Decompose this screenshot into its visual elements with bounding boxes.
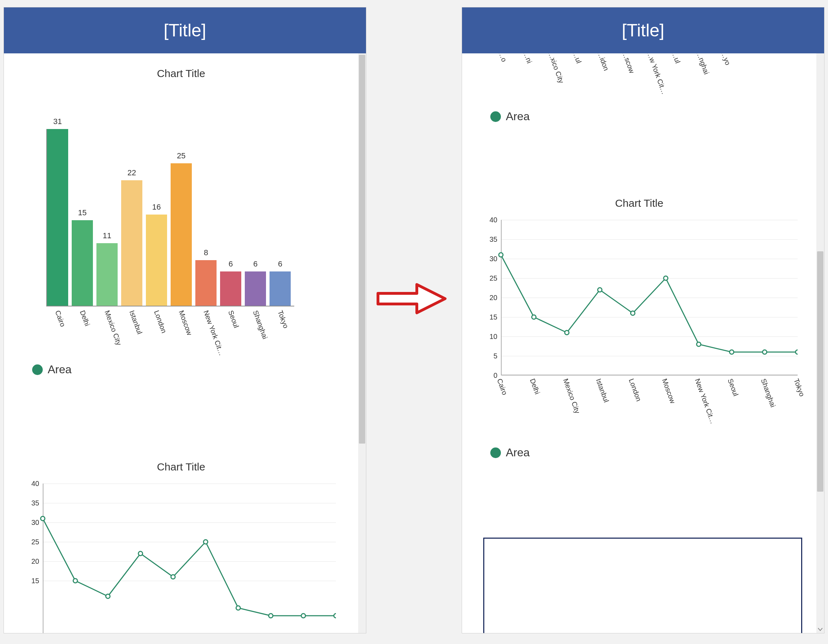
- svg-point-12: [565, 330, 569, 335]
- line-chart-right-title: Chart Title: [462, 197, 816, 209]
- title-text-right: [Title]: [622, 20, 664, 40]
- title-bar-right: [Title]: [462, 8, 824, 53]
- svg-point-0: [41, 517, 45, 521]
- scrollbar-right[interactable]: [816, 53, 824, 633]
- svg-point-18: [763, 350, 767, 354]
- partial-category: …ni: [521, 53, 533, 64]
- bar-value: 6: [220, 259, 241, 269]
- line-chart-preview-title: Chart Title: [4, 461, 358, 473]
- legend-dot-icon: [490, 448, 501, 458]
- svg-point-3: [138, 551, 143, 556]
- svg-point-15: [664, 276, 668, 280]
- svg-point-19: [795, 350, 798, 354]
- bar-2: 11Mexico City: [96, 243, 118, 306]
- line-series: [22, 484, 336, 633]
- bar-1: 15Delhi: [72, 220, 93, 306]
- partial-category: …w York Cit…: [645, 53, 668, 96]
- svg-point-1: [73, 579, 77, 583]
- preview-panel-right: [Title] …o…ni…xico City…ul…idon…scow…w Y…: [462, 7, 825, 633]
- line-series: [480, 220, 798, 375]
- content-left: Chart Title 31Cairo15Delhi11Mexico City2…: [4, 53, 358, 633]
- legend-label: Area: [48, 363, 72, 376]
- bar-value: 8: [195, 248, 216, 257]
- bar-value: 6: [245, 259, 266, 269]
- partial-category: …idon: [596, 53, 610, 72]
- svg-point-6: [236, 606, 240, 610]
- line-chart-right: 0510152025303540CairoDelhiMexico CityIst…: [480, 220, 798, 390]
- gridline: [502, 375, 798, 376]
- legend-label: Area: [506, 446, 530, 459]
- preview-panel-left: [Title] Chart Title 31Cairo15Delhi11Mexi…: [3, 7, 366, 633]
- bar-value: 22: [121, 168, 142, 177]
- partial-category: …ul: [571, 53, 583, 64]
- bar-value: 31: [47, 117, 68, 126]
- partial-category: …yo: [719, 53, 732, 66]
- bar-6: 8New York Cit…: [195, 260, 216, 306]
- bar-chart: 31Cairo15Delhi11Mexico City22Istanbul16L…: [46, 129, 294, 306]
- svg-point-10: [499, 253, 503, 257]
- bar-7: 6Seoul: [220, 272, 241, 306]
- scrollbar-down-button[interactable]: [816, 625, 824, 633]
- svg-point-9: [334, 614, 336, 618]
- svg-point-5: [204, 540, 208, 544]
- bar-0: 31Cairo: [47, 129, 68, 306]
- svg-point-8: [301, 614, 306, 618]
- content-right: …o…ni…xico City…ul…idon…scow…w York Cit……: [462, 53, 816, 633]
- svg-point-17: [729, 350, 734, 354]
- svg-point-7: [269, 614, 273, 618]
- partial-category: …o: [497, 53, 508, 63]
- bar-chart-legend: Area: [32, 363, 358, 376]
- bar-5: 25Moscow: [171, 163, 192, 306]
- bar-4: 16London: [146, 215, 167, 306]
- top-legend-right: Area: [490, 110, 816, 123]
- svg-point-13: [598, 288, 602, 292]
- bar-chart-title: Chart Title: [4, 68, 358, 80]
- arrow-icon: [375, 279, 448, 318]
- bar-9: 6Tokyo: [270, 272, 291, 306]
- svg-point-4: [171, 575, 175, 579]
- partial-category-row: …o…ni…xico City…ul…idon…scow…w York Cit……: [505, 53, 816, 99]
- bar-value: 15: [72, 208, 93, 217]
- partial-category: …ul: [670, 53, 682, 64]
- legend-dot-icon: [490, 112, 501, 122]
- title-text-left: [Title]: [163, 20, 206, 40]
- line-chart-right-legend: Area: [490, 446, 816, 459]
- partial-category: …xico City: [546, 53, 565, 85]
- scrollbar-left[interactable]: [358, 53, 366, 633]
- partial-category: …nghai: [695, 53, 710, 75]
- svg-point-2: [106, 594, 110, 598]
- title-bar-left: [Title]: [4, 8, 366, 53]
- bar-value: 16: [146, 203, 167, 212]
- bar-3: 22Istanbul: [121, 180, 142, 306]
- line-chart-left: 152025303540: [22, 484, 336, 633]
- svg-point-16: [696, 342, 701, 346]
- legend-dot-icon: [32, 364, 43, 375]
- bar-value: 6: [270, 259, 291, 269]
- bar-value: 11: [96, 231, 118, 240]
- scrollbar-thumb-left[interactable]: [359, 55, 365, 444]
- signature-box[interactable]: [483, 537, 802, 633]
- svg-point-14: [630, 311, 635, 315]
- svg-point-11: [532, 315, 536, 319]
- bar-value: 25: [171, 151, 192, 160]
- scrollbar-thumb-right[interactable]: [817, 251, 823, 492]
- bar-8: 6Shanghai: [245, 272, 266, 306]
- partial-category: …scow: [620, 53, 636, 74]
- legend-label: Area: [506, 110, 530, 123]
